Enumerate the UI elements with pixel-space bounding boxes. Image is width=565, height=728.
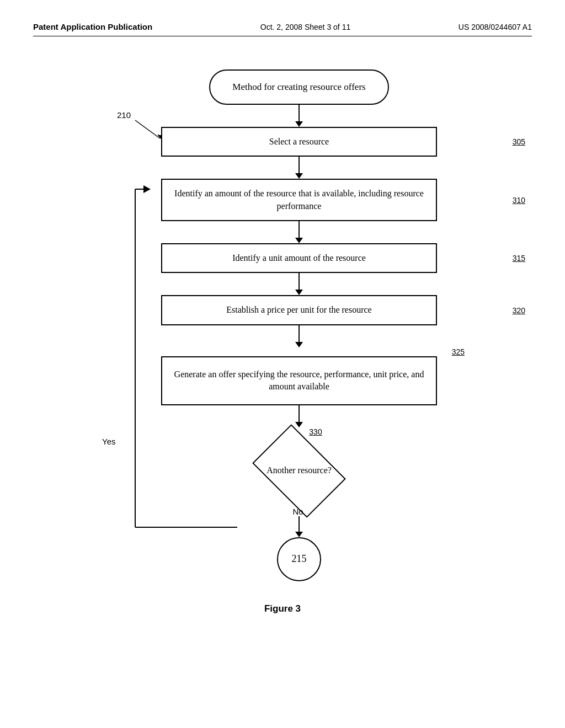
rect-310-text: Identify an amount of the resource that … — [174, 189, 424, 210]
arrow-2-3 — [295, 221, 303, 243]
step-row-305: Select a resource 305 — [106, 127, 492, 157]
ref-325: 325 — [452, 347, 465, 356]
diamond-330: Another resource? — [249, 435, 349, 507]
step-row-310: Identify an amount of the resource that … — [106, 179, 492, 221]
step-row-start: Method for creating resource offers — [106, 69, 492, 105]
ref-310: 310 — [513, 196, 525, 205]
arrow-4-5 — [295, 325, 303, 347]
no-branch: No — [292, 507, 305, 537]
terminal-start-text: Method for creating resource offers — [232, 82, 365, 92]
step-row-330: Another resource? — [106, 435, 492, 507]
rect-305: Select a resource — [161, 127, 437, 157]
header: Patent Application Publication Oct. 2, 2… — [33, 22, 532, 36]
rect-325-text: Generate an offer specifying the resourc… — [174, 370, 424, 391]
rect-320: Establish a price per unit for the resou… — [161, 295, 437, 325]
arrow-1-2 — [295, 157, 303, 179]
ref-315: 315 — [513, 254, 525, 263]
rect-320-text: Establish a price per unit for the resou… — [226, 305, 371, 314]
rect-310: Identify an amount of the resource that … — [161, 179, 437, 221]
terminal-start: Method for creating resource offers — [209, 69, 388, 105]
arrow-3-4 — [295, 273, 303, 295]
circle-215: 215 — [277, 537, 321, 581]
step-row-end: 215 — [106, 537, 492, 581]
flowchart-diagram: Yes 210 Method for creating resource off… — [33, 58, 532, 614]
flow-wrapper: Method for creating resource offers Sele… — [106, 58, 492, 581]
date-sheet-label: Oct. 2, 2008 Sheet 3 of 11 — [260, 23, 350, 31]
figure-caption: Figure 3 — [264, 603, 301, 614]
circle-215-text: 215 — [292, 553, 307, 565]
no-label: No — [292, 507, 303, 516]
ref-305: 305 — [513, 137, 525, 146]
rect-305-text: Select a resource — [269, 137, 329, 146]
arrow-0-1 — [295, 105, 303, 127]
publication-label: Patent Application Publication — [33, 22, 152, 31]
no-label-row: No — [292, 507, 305, 516]
rect-315: Identify a unit amount of the resource — [161, 243, 437, 273]
patent-number-label: US 2008/0244607 A1 — [459, 23, 532, 31]
step-row-325: Generate an offer specifying the resourc… — [106, 356, 492, 405]
step-row-320: Establish a price per unit for the resou… — [106, 295, 492, 325]
ref-325-row: 325 — [106, 347, 492, 356]
arrow-5-6 — [295, 405, 303, 427]
page: Patent Application Publication Oct. 2, 2… — [0, 0, 565, 728]
rect-325: Generate an offer specifying the resourc… — [161, 356, 437, 405]
rect-315-text: Identify a unit amount of the resource — [232, 253, 366, 263]
ref-320: 320 — [513, 306, 525, 315]
step-row-315: Identify a unit amount of the resource 3… — [106, 243, 492, 273]
diamond-330-text: Another resource? — [266, 464, 332, 477]
arrow-6-end — [295, 516, 303, 537]
